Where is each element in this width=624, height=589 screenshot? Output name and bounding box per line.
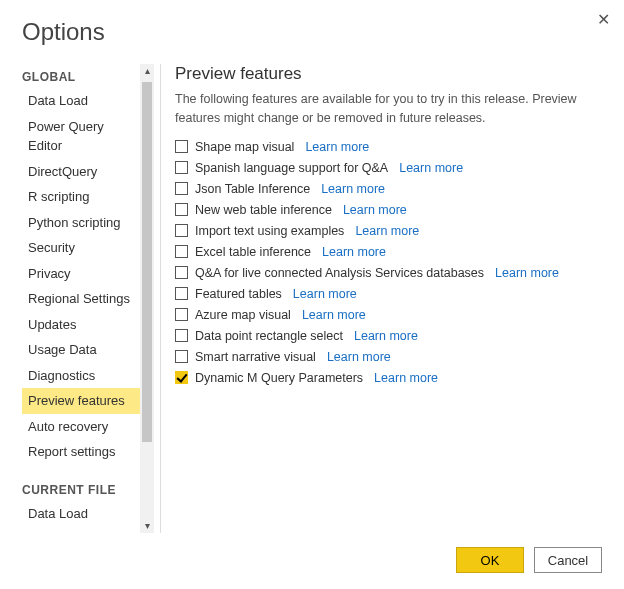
sidebar-item[interactable]: Python scripting — [22, 210, 140, 236]
sidebar-item[interactable]: Auto recovery — [22, 414, 140, 440]
learn-more-link[interactable]: Learn more — [343, 203, 407, 217]
sidebar-scrollbar[interactable]: ▴ ▾ — [140, 64, 154, 533]
feature-label: Spanish language support for Q&A — [195, 161, 388, 175]
scroll-up-icon[interactable]: ▴ — [140, 64, 154, 78]
sidebar-item[interactable]: Data Load — [22, 88, 140, 114]
learn-more-link[interactable]: Learn more — [327, 350, 391, 364]
feature-label: Featured tables — [195, 287, 282, 301]
content-title: Preview features — [175, 64, 602, 84]
feature-label: Q&A for live connected Analysis Services… — [195, 266, 484, 280]
vertical-divider — [160, 64, 161, 533]
sidebar-item[interactable]: Power Query Editor — [22, 114, 140, 159]
feature-row: Data point rectangle selectLearn more — [175, 329, 602, 343]
feature-row: New web table inferenceLearn more — [175, 203, 602, 217]
feature-checkbox[interactable] — [175, 245, 188, 258]
feature-checkbox[interactable] — [175, 266, 188, 279]
feature-checkbox[interactable] — [175, 350, 188, 363]
feature-row: Q&A for live connected Analysis Services… — [175, 266, 602, 280]
close-icon[interactable]: ✕ — [597, 10, 610, 29]
feature-row: Shape map visualLearn more — [175, 140, 602, 154]
learn-more-link[interactable]: Learn more — [355, 224, 419, 238]
feature-row: Dynamic M Query ParametersLearn more — [175, 371, 602, 385]
sidebar-item[interactable]: Regional Settings — [22, 526, 140, 533]
learn-more-link[interactable]: Learn more — [302, 308, 366, 322]
feature-row: Featured tablesLearn more — [175, 287, 602, 301]
feature-checkbox[interactable] — [175, 203, 188, 216]
feature-label: Json Table Inference — [195, 182, 310, 196]
feature-label: Dynamic M Query Parameters — [195, 371, 363, 385]
content-description: The following features are available for… — [175, 90, 602, 128]
feature-checkbox[interactable] — [175, 308, 188, 321]
feature-row: Json Table InferenceLearn more — [175, 182, 602, 196]
content-pane: Preview features The following features … — [175, 64, 602, 533]
feature-label: New web table inference — [195, 203, 332, 217]
sidebar: GLOBALData LoadPower Query EditorDirectQ… — [22, 64, 140, 533]
feature-checkbox[interactable] — [175, 161, 188, 174]
feature-row: Azure map visualLearn more — [175, 308, 602, 322]
sidebar-item[interactable]: Privacy — [22, 261, 140, 287]
sidebar-item[interactable]: Report settings — [22, 439, 140, 465]
ok-button[interactable]: OK — [456, 547, 524, 573]
sidebar-item[interactable]: R scripting — [22, 184, 140, 210]
feature-checkbox[interactable] — [175, 182, 188, 195]
learn-more-link[interactable]: Learn more — [495, 266, 559, 280]
feature-row: Smart narrative visualLearn more — [175, 350, 602, 364]
learn-more-link[interactable]: Learn more — [321, 182, 385, 196]
feature-label: Azure map visual — [195, 308, 291, 322]
feature-label: Smart narrative visual — [195, 350, 316, 364]
learn-more-link[interactable]: Learn more — [322, 245, 386, 259]
dialog-title: Options — [22, 18, 602, 46]
learn-more-link[interactable]: Learn more — [305, 140, 369, 154]
scroll-thumb[interactable] — [142, 82, 152, 442]
sidebar-item[interactable]: Regional Settings — [22, 286, 140, 312]
feature-checkbox[interactable] — [175, 287, 188, 300]
sidebar-item[interactable]: Security — [22, 235, 140, 261]
learn-more-link[interactable]: Learn more — [399, 161, 463, 175]
learn-more-link[interactable]: Learn more — [374, 371, 438, 385]
sidebar-section-header: CURRENT FILE — [22, 483, 140, 497]
feature-checkbox[interactable] — [175, 371, 188, 384]
feature-label: Data point rectangle select — [195, 329, 343, 343]
feature-row: Spanish language support for Q&ALearn mo… — [175, 161, 602, 175]
feature-checkbox[interactable] — [175, 224, 188, 237]
feature-row: Import text using examplesLearn more — [175, 224, 602, 238]
learn-more-link[interactable]: Learn more — [354, 329, 418, 343]
feature-checkbox[interactable] — [175, 329, 188, 342]
learn-more-link[interactable]: Learn more — [293, 287, 357, 301]
cancel-button[interactable]: Cancel — [534, 547, 602, 573]
sidebar-item[interactable]: Preview features — [22, 388, 140, 414]
sidebar-item[interactable]: Data Load — [22, 501, 140, 527]
scroll-down-icon[interactable]: ▾ — [140, 519, 154, 533]
feature-row: Excel table inferenceLearn more — [175, 245, 602, 259]
sidebar-item[interactable]: Diagnostics — [22, 363, 140, 389]
feature-label: Import text using examples — [195, 224, 344, 238]
sidebar-item[interactable]: DirectQuery — [22, 159, 140, 185]
feature-checkbox[interactable] — [175, 140, 188, 153]
sidebar-item[interactable]: Usage Data — [22, 337, 140, 363]
sidebar-item[interactable]: Updates — [22, 312, 140, 338]
sidebar-section-header: GLOBAL — [22, 70, 140, 84]
feature-label: Excel table inference — [195, 245, 311, 259]
feature-label: Shape map visual — [195, 140, 294, 154]
